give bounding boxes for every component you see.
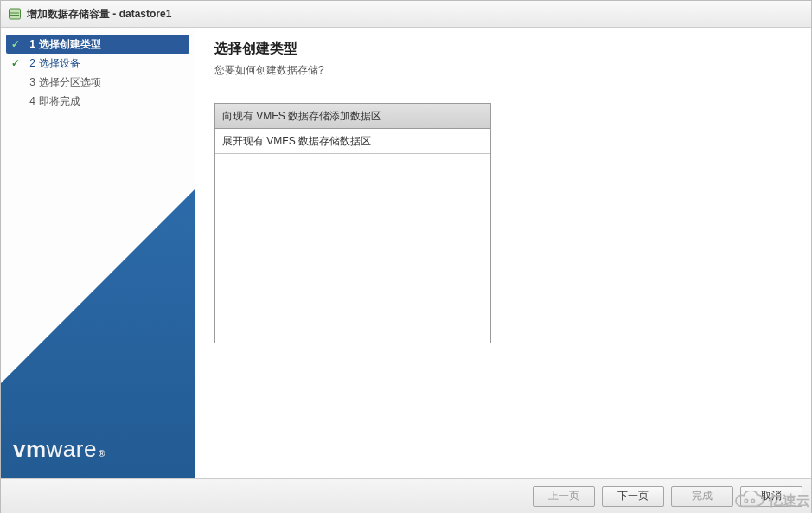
back-button[interactable]: 上一页 (533, 486, 595, 507)
step-index: 1 (23, 38, 35, 50)
step-select-device[interactable]: ✓ 2 选择设备 (1, 54, 195, 73)
step-index: 3 (23, 76, 35, 88)
step-index: 2 (23, 57, 35, 69)
wizard-window: 增加数据存储容量 - datastore1 ✓ 1 选择创建类型 ✓ 2 选择设… (0, 0, 812, 513)
datastore-icon (8, 7, 22, 21)
wizard-footer: 上一页 下一页 完成 取消 (1, 478, 811, 513)
checkmark-icon: ✓ (10, 38, 22, 50)
window-title: 增加数据存储容量 - datastore1 (27, 7, 171, 22)
finish-button[interactable]: 完成 (671, 486, 733, 507)
option-expand-extent[interactable]: 展开现有 VMFS 数据存储数据区 (215, 129, 490, 154)
titlebar: 增加数据存储容量 - datastore1 (1, 1, 811, 28)
main-panel: 选择创建类型 您要如何创建数据存储? 向现有 VMFS 数据存储添加数据区 展开… (195, 28, 811, 478)
step-label: 选择设备 (39, 56, 80, 71)
svg-rect-1 (10, 13, 19, 14)
wizard-body: ✓ 1 选择创建类型 ✓ 2 选择设备 3 选择分区选项 4 即将完 (1, 28, 811, 478)
next-button[interactable]: 下一页 (602, 486, 664, 507)
cancel-button[interactable]: 取消 (740, 486, 802, 507)
step-label: 即将完成 (39, 94, 80, 109)
step-ready-complete: 4 即将完成 (1, 92, 195, 111)
option-label: 展开现有 VMFS 数据存储数据区 (222, 134, 371, 149)
page-subtitle: 您要如何创建数据存储? (214, 63, 792, 78)
logo-vm: vm (13, 436, 47, 463)
logo-ware: ware (47, 436, 97, 463)
page-heading: 选择创建类型 (214, 40, 792, 58)
creation-type-list[interactable]: 向现有 VMFS 数据存储添加数据区 展开现有 VMFS 数据存储数据区 (214, 103, 491, 343)
logo-registered: ® (99, 449, 105, 458)
svg-rect-2 (10, 15, 19, 16)
divider (214, 87, 792, 87)
svg-rect-0 (10, 9, 21, 19)
step-partition-options: 3 选择分区选项 (1, 73, 195, 92)
vmware-logo: vmware® (13, 436, 105, 463)
step-index: 4 (23, 95, 35, 107)
step-label: 选择创建类型 (39, 37, 101, 52)
checkmark-icon: ✓ (10, 57, 22, 69)
sidebar: ✓ 1 选择创建类型 ✓ 2 选择设备 3 选择分区选项 4 即将完 (1, 28, 195, 478)
step-list: ✓ 1 选择创建类型 ✓ 2 选择设备 3 选择分区选项 4 即将完 (1, 35, 195, 111)
step-label: 选择分区选项 (39, 75, 101, 90)
option-label: 向现有 VMFS 数据存储添加数据区 (222, 109, 381, 124)
step-select-type[interactable]: ✓ 1 选择创建类型 (6, 35, 189, 54)
option-add-extent[interactable]: 向现有 VMFS 数据存储添加数据区 (215, 104, 490, 129)
